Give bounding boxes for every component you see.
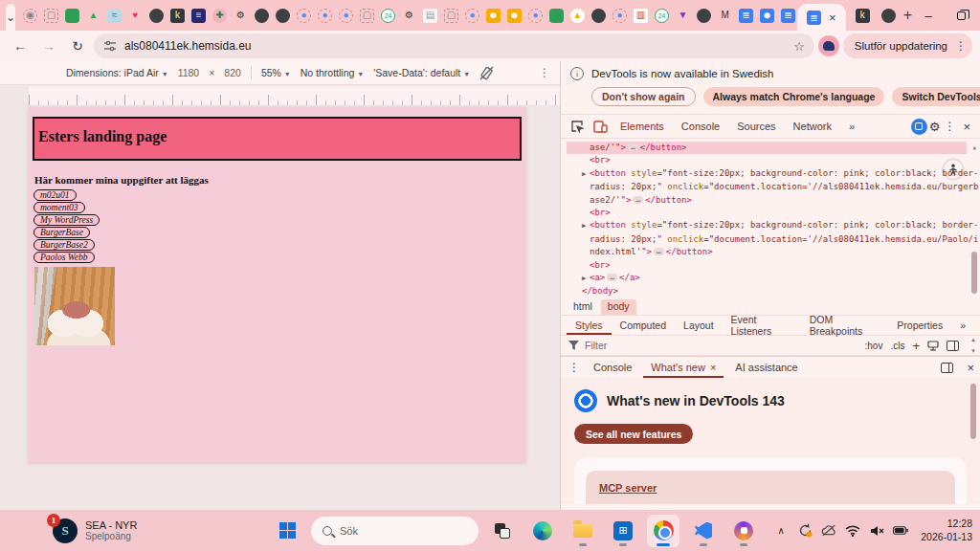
dom-tree-node[interactable]: ▶<a>…</a> xyxy=(567,272,967,285)
m-favicon[interactable]: M xyxy=(716,7,734,25)
filter-input[interactable]: Filter xyxy=(585,340,859,351)
back-button[interactable]: ← xyxy=(8,33,33,58)
task-view-button[interactable] xyxy=(486,515,519,547)
blue-dot-favicon[interactable]: ● xyxy=(316,7,334,25)
rotate-icon[interactable] xyxy=(479,66,494,80)
tab-console[interactable]: Console xyxy=(674,115,727,138)
new-tab-button[interactable]: + xyxy=(903,7,912,24)
drawer-close-icon[interactable]: × xyxy=(967,361,974,375)
reload-button[interactable]: ↻ xyxy=(65,33,90,58)
dom-tree-node[interactable]: <br> xyxy=(567,207,967,219)
globe-dark-favicon[interactable] xyxy=(590,7,608,25)
dom-tree-node[interactable]: ▶<button style="font-size:20px; backgrou… xyxy=(567,167,967,181)
device-toolbar-menu-icon[interactable]: ⋮ xyxy=(537,66,552,79)
tab-computed[interactable]: Computed xyxy=(612,316,675,335)
device-toolbar-toggle-icon[interactable] xyxy=(590,117,611,136)
chrome-button[interactable] xyxy=(647,515,679,547)
more-style-tabs-icon[interactable]: » xyxy=(951,316,974,335)
k-favicon[interactable]: k xyxy=(168,7,187,25)
dom-tree-node[interactable]: ▶<button style="font-size:20px; backgrou… xyxy=(567,219,967,232)
globe-dark-favicon[interactable] xyxy=(253,7,271,25)
volume-muted-icon[interactable] xyxy=(869,523,884,539)
browser-menu-icon[interactable]: ⋮ xyxy=(953,39,969,53)
globe-dark-favicon[interactable] xyxy=(695,7,713,25)
taskbar-search[interactable]: Sök xyxy=(311,517,479,545)
elements-tree[interactable]: ▲ ▼ ase/'">…</button><br>▶<button style=… xyxy=(561,139,980,298)
devtools-close-icon[interactable]: × xyxy=(959,120,974,134)
24-favicon[interactable]: 24 xyxy=(653,7,671,25)
new-style-rule-icon[interactable]: + xyxy=(912,339,920,353)
crumb-body[interactable]: body xyxy=(601,299,636,315)
page-button[interactable]: My WordPress xyxy=(33,214,100,226)
tab-search-button[interactable]: ⌄ xyxy=(6,4,15,31)
tab-event-listeners[interactable]: Event Listeners xyxy=(723,316,801,335)
inspect-element-icon[interactable] xyxy=(567,117,588,136)
crumb-html[interactable]: html xyxy=(567,299,599,315)
drawer-tab-whats-new[interactable]: What's new × xyxy=(643,357,724,378)
close-whats-new-icon[interactable]: × xyxy=(710,362,716,373)
start-button[interactable] xyxy=(271,515,303,547)
url-text[interactable]: als080411ek.hemsida.eu xyxy=(124,39,786,53)
elements-scrollbar[interactable] xyxy=(971,252,977,294)
scroll-up-icon[interactable]: ▲ xyxy=(970,337,976,342)
page-button[interactable]: Paolos Webb xyxy=(33,252,95,263)
update-pending-icon[interactable] xyxy=(797,523,813,539)
tab-properties[interactable]: Properties xyxy=(888,316,951,335)
tray-chevron-icon[interactable]: ∧ xyxy=(773,523,789,539)
minimize-button[interactable]: – xyxy=(912,1,945,30)
dom-tree-node[interactable]: radius: 20px;" onclick="document.locatio… xyxy=(567,233,967,246)
wheel-favicon[interactable]: ⚙ xyxy=(232,7,250,25)
contacts-favicon[interactable]: ☻ xyxy=(484,7,502,25)
profile-avatar[interactable] xyxy=(818,35,839,56)
tab-dom-breakpoints[interactable]: DOM Breakpoints xyxy=(801,316,889,335)
see-all-features-button[interactable]: See all new features xyxy=(574,424,693,444)
drive-favicon[interactable]: ▲ xyxy=(84,7,102,25)
sidebar-toggle-icon[interactable] xyxy=(947,341,959,351)
collapsed-content-icon[interactable]: … xyxy=(654,248,664,255)
drive-circle-favicon[interactable]: ▲ xyxy=(568,7,587,25)
vscode-button[interactable] xyxy=(687,515,720,547)
blue-dot-favicon[interactable]: ● xyxy=(295,7,313,25)
page-button[interactable]: m02u01 xyxy=(33,189,77,201)
dom-tree-node[interactable]: radius: 20px;" onclick="document.locatio… xyxy=(567,181,967,193)
devtools-capture-icon[interactable] xyxy=(911,119,927,135)
docs-favicon[interactable]: ≣ xyxy=(779,7,797,25)
page-button[interactable]: moment03 xyxy=(33,202,85,213)
height-input[interactable]: 820 xyxy=(224,67,241,78)
store-button[interactable]: ⊞ xyxy=(607,515,639,547)
onedrive-paused-icon[interactable] xyxy=(821,523,836,539)
expand-arrow-icon[interactable]: ▶ xyxy=(582,273,590,285)
class-button[interactable]: .cls xyxy=(890,341,904,351)
width-input[interactable]: 1180 xyxy=(178,67,200,78)
site-settings-icon[interactable] xyxy=(103,39,117,53)
contacts-favicon[interactable]: ☻ xyxy=(505,7,523,25)
docs-favicon[interactable]: ≣ xyxy=(737,7,755,25)
dom-tree-node[interactable]: <br> xyxy=(567,259,967,272)
tab-layout[interactable]: Layout xyxy=(675,316,723,335)
devtools-menu-icon[interactable]: ⋮ xyxy=(942,120,957,133)
person-favicon[interactable]: ☻ xyxy=(758,7,776,25)
chat-favicon[interactable] xyxy=(547,7,566,25)
switch-to-swedish-button[interactable]: Switch DevTools to Swedish xyxy=(892,87,980,106)
throttling-select[interactable]: No throttling ▼ xyxy=(301,67,364,78)
globe-tab-favicon[interactable] xyxy=(880,7,898,25)
news-widget[interactable]: S 1 SEA - NYR Spelpoäng xyxy=(53,518,137,543)
forward-button[interactable]: → xyxy=(36,33,61,58)
app-favicon[interactable]: ▢ xyxy=(358,7,376,25)
collapsed-content-icon[interactable]: … xyxy=(633,196,643,204)
drawer-tab-ai-assistance[interactable]: AI assistance xyxy=(727,357,805,378)
zoom-select[interactable]: 55% ▼ xyxy=(261,67,291,78)
dont-show-again-button[interactable]: Don't show again xyxy=(591,87,696,106)
wave-favicon[interactable]: ≈ xyxy=(105,7,123,25)
v-favicon[interactable]: ▼ xyxy=(674,7,692,25)
collapsed-content-icon[interactable]: … xyxy=(628,143,638,151)
dom-tree-node[interactable]: ase2/'">…</button> xyxy=(567,194,967,207)
chart-favicon[interactable]: ▥ xyxy=(632,7,650,25)
tab-styles[interactable]: Styles xyxy=(567,316,612,335)
privacy-app-button[interactable] xyxy=(727,515,760,547)
maximize-button[interactable] xyxy=(945,1,977,30)
dom-tree-node[interactable]: ndex.html'">…</button> xyxy=(567,246,967,258)
computed-styles-icon[interactable] xyxy=(927,341,939,351)
hover-state-button[interactable]: :hov xyxy=(865,341,883,351)
wheel-favicon[interactable]: ⚙ xyxy=(400,7,418,25)
